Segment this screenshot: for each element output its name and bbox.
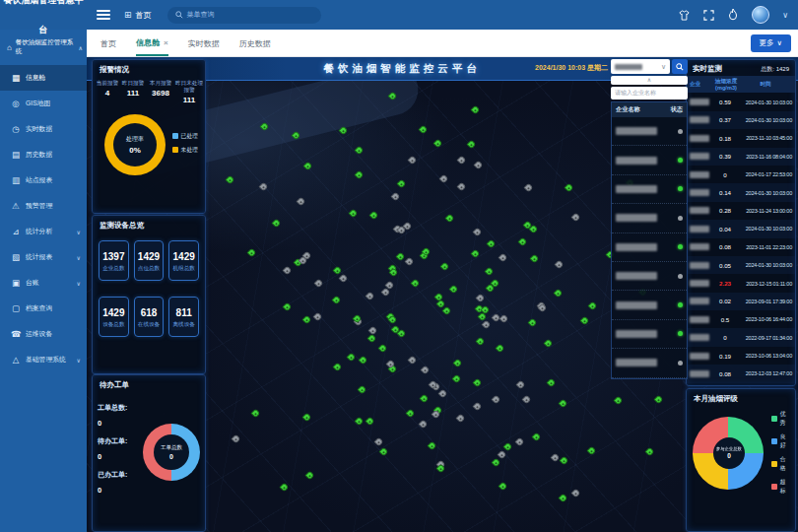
map-pin[interactable] <box>419 420 429 430</box>
map-pin[interactable] <box>332 363 342 372</box>
map-pin[interactable] <box>437 389 447 399</box>
map-pin[interactable] <box>476 294 486 303</box>
realtime-row[interactable]: 0.052024-01-30 10:03:00 <box>687 256 795 274</box>
map-pin[interactable] <box>547 378 557 388</box>
tab-实时数据[interactable]: 实时数据 <box>188 30 220 56</box>
realtime-row[interactable]: 0.592024-01-30 10:03:00 <box>687 93 795 110</box>
realtime-row[interactable]: 0.392023-11-16 08:04:00 <box>687 148 795 166</box>
map-pin[interactable] <box>428 441 437 451</box>
enterprise-list-collapse-bar[interactable]: ∧ <box>611 76 688 85</box>
realtime-row[interactable]: 0.282023-11-24 13:00:00 <box>687 202 795 220</box>
map-pin[interactable] <box>645 447 655 457</box>
map-pin[interactable] <box>349 208 359 218</box>
map-pin[interactable] <box>449 284 459 294</box>
map-pin[interactable] <box>396 251 406 261</box>
map-pin[interactable] <box>474 161 484 170</box>
map-pin[interactable] <box>473 228 483 237</box>
sidebar-item-ledger[interactable]: ▣台账∨ <box>0 270 87 296</box>
sidebar-item-gis-map[interactable]: ◎GIS地图 <box>0 91 87 116</box>
map-pin[interactable] <box>495 343 504 353</box>
map-pin[interactable] <box>354 170 364 180</box>
map-pin[interactable] <box>339 273 349 283</box>
enterprise-row[interactable] <box>612 233 687 262</box>
realtime-row[interactable]: 0.082023-12-03 12:47:00 <box>687 365 795 382</box>
sidebar-item-site-report[interactable]: ▥站点报表 <box>0 167 87 193</box>
map-pin[interactable] <box>492 458 501 468</box>
map-pin[interactable] <box>410 279 420 289</box>
realtime-row[interactable]: 0.142024-01-30 10:03:00 <box>687 183 795 201</box>
map-pin[interactable] <box>358 385 367 395</box>
map-pin[interactable] <box>456 413 466 423</box>
map-pin[interactable] <box>396 179 406 189</box>
map-pin[interactable] <box>279 483 289 493</box>
map-pin[interactable] <box>438 174 448 184</box>
map-pin[interactable] <box>613 395 623 405</box>
map-pin[interactable] <box>470 104 480 114</box>
map-pin[interactable] <box>378 446 388 456</box>
map-pin[interactable] <box>282 265 292 275</box>
realtime-row[interactable]: 02022-09-17 01:34:00 <box>687 328 795 346</box>
enterprise-row[interactable] <box>612 146 687 174</box>
map-pin[interactable] <box>499 253 508 263</box>
map-pin[interactable] <box>442 305 452 315</box>
map-pin[interactable] <box>559 456 568 466</box>
user-menu-chevron-down-icon[interactable]: ∨ <box>782 11 788 20</box>
realtime-row[interactable]: 0.022023-09-01 17:39:00 <box>687 293 795 310</box>
realtime-row[interactable]: 0.082023-11-01 22:23:00 <box>687 238 795 256</box>
enterprise-row[interactable] <box>612 320 687 349</box>
sidebar-item-realtime-data[interactable]: ◷实时数据 <box>0 116 87 142</box>
map-pin[interactable] <box>553 288 563 298</box>
map-pin[interactable] <box>521 395 531 405</box>
map-pin[interactable] <box>571 213 581 223</box>
map-pin[interactable] <box>296 197 305 207</box>
map-pin[interactable] <box>470 248 480 258</box>
map-pin[interactable] <box>232 434 241 444</box>
map-pin[interactable] <box>570 489 580 499</box>
map-pin[interactable] <box>558 398 567 408</box>
map-pin[interactable] <box>565 183 574 193</box>
map-pin[interactable] <box>467 139 477 149</box>
enterprise-row[interactable] <box>612 291 687 319</box>
map-pin[interactable] <box>358 355 367 365</box>
enterprise-search-button[interactable] <box>672 59 688 74</box>
nav-home[interactable]: ⊞ 首页 <box>124 10 152 21</box>
map-pin[interactable] <box>408 155 418 165</box>
map-pin[interactable] <box>418 125 428 135</box>
map-pin[interactable] <box>259 181 269 191</box>
map-pin[interactable] <box>247 247 257 257</box>
map-pin[interactable] <box>333 265 343 275</box>
map-pin[interactable] <box>405 257 415 267</box>
map-pin[interactable] <box>528 317 538 327</box>
map-pin[interactable] <box>532 432 542 442</box>
tab-历史数据[interactable]: 历史数据 <box>239 30 271 56</box>
map-pin[interactable] <box>225 175 234 185</box>
map-pin[interactable] <box>439 262 449 272</box>
map-pin[interactable] <box>419 394 429 404</box>
map-pin[interactable] <box>580 316 590 326</box>
map-pin[interactable] <box>558 493 567 502</box>
enterprise-row[interactable] <box>612 262 687 291</box>
sidebar-item-stat-analysis[interactable]: ⊿统计分析∨ <box>0 219 87 244</box>
map-pin[interactable] <box>331 295 341 304</box>
map-pin[interactable] <box>377 343 387 353</box>
sidebar-item-history-data[interactable]: ▤历史数据 <box>0 142 87 167</box>
map-pin[interactable] <box>354 417 364 427</box>
menu-search-input[interactable]: 菜单查询 <box>167 7 321 24</box>
enterprise-row[interactable] <box>612 349 687 377</box>
map-pin[interactable] <box>516 380 526 390</box>
map-pin[interactable] <box>457 155 467 165</box>
map-pin[interactable] <box>499 313 509 323</box>
map-pin[interactable] <box>272 219 282 229</box>
enterprise-row[interactable] <box>612 117 687 146</box>
realtime-row[interactable]: 0.182023-11-10 03:45:00 <box>687 129 795 147</box>
map-pin[interactable] <box>499 481 508 491</box>
realtime-row[interactable]: 0.042024-01-30 10:03:00 <box>687 220 795 237</box>
map-pin[interactable] <box>653 394 663 404</box>
map-pin[interactable] <box>514 436 524 446</box>
map-pin[interactable] <box>472 402 482 412</box>
sidebar-item-info-cabin[interactable]: ▦信息舱 <box>0 65 87 91</box>
map-pin[interactable] <box>303 161 313 170</box>
map-pin[interactable] <box>354 146 364 156</box>
more-button[interactable]: 更多 ∨ <box>751 34 792 52</box>
map-pin[interactable] <box>482 320 492 330</box>
